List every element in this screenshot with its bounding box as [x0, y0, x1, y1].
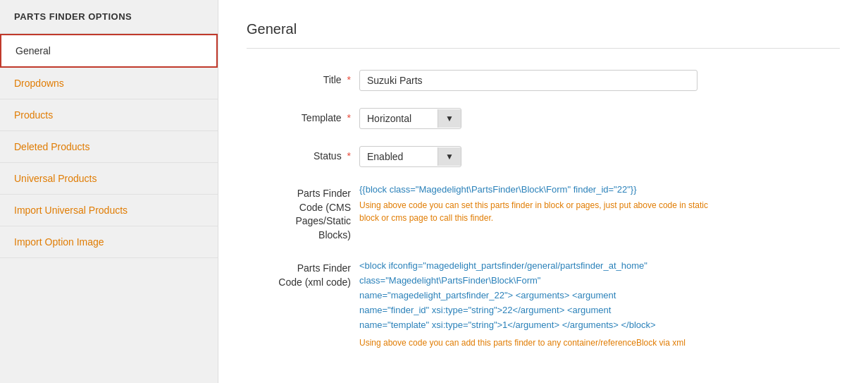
xml-code-block: <block ifconfig="magedelight_partsfinder…	[359, 259, 840, 332]
status-dropdown-btn[interactable]: ▼	[438, 147, 461, 166]
required-star-template: *	[347, 112, 351, 123]
cms-code-label: Parts FinderCode (CMSPages/StaticBlocks)	[247, 184, 359, 242]
status-row: Status * Enabled ▼	[247, 146, 840, 167]
xml-code-label: Parts FinderCode (xml code)	[247, 259, 359, 289]
sidebar-item-deleted-products[interactable]: Deleted Products	[0, 131, 218, 163]
sidebar-item-import-universal-products[interactable]: Import Universal Products	[0, 195, 218, 226]
template-row: Template * Horizontal ▼	[247, 108, 840, 129]
sidebar-item-dropdowns[interactable]: Dropdowns	[0, 68, 218, 99]
status-control-wrap: Enabled ▼	[359, 146, 840, 167]
sidebar-item-general[interactable]: General	[0, 34, 218, 68]
page-title: General	[247, 21, 840, 37]
template-label: Template *	[247, 108, 359, 123]
status-value: Enabled	[360, 147, 438, 166]
xml-code-wrap: <block ifconfig="magedelight_partsfinder…	[359, 259, 840, 349]
sidebar-header: PARTS FINDER OPTIONS	[0, 0, 218, 34]
status-label: Status *	[247, 146, 359, 162]
xml-code-row: Parts FinderCode (xml code) <block ifcon…	[247, 259, 840, 349]
sidebar: PARTS FINDER OPTIONS General Dropdowns P…	[0, 0, 218, 383]
cms-hint: Using above code you can set this parts …	[359, 199, 726, 224]
cms-code-value: {{block class="Magedelight\PartsFinder\B…	[359, 184, 840, 195]
required-star: *	[347, 74, 351, 85]
divider	[247, 48, 840, 49]
template-select[interactable]: Horizontal ▼	[359, 108, 461, 129]
template-control-wrap: Horizontal ▼	[359, 108, 840, 129]
main-content: General Title * Template * Horizontal ▼	[218, 0, 868, 383]
sidebar-item-import-option-image[interactable]: Import Option Image	[0, 226, 218, 258]
template-dropdown-btn[interactable]: ▼	[438, 109, 461, 128]
sidebar-item-products[interactable]: Products	[0, 99, 218, 131]
required-star-status: *	[347, 150, 351, 162]
title-row: Title *	[247, 70, 840, 91]
sidebar-item-universal-products[interactable]: Universal Products	[0, 163, 218, 195]
title-label: Title *	[247, 70, 359, 85]
status-select[interactable]: Enabled ▼	[359, 146, 461, 167]
cms-code-wrap: {{block class="Magedelight\PartsFinder\B…	[359, 184, 840, 224]
template-value: Horizontal	[360, 109, 438, 128]
xml-hint: Using above code you can add this parts …	[359, 336, 726, 349]
cms-code-row: Parts FinderCode (CMSPages/StaticBlocks)…	[247, 184, 840, 242]
title-control-wrap	[359, 70, 840, 91]
title-input[interactable]	[359, 70, 698, 91]
